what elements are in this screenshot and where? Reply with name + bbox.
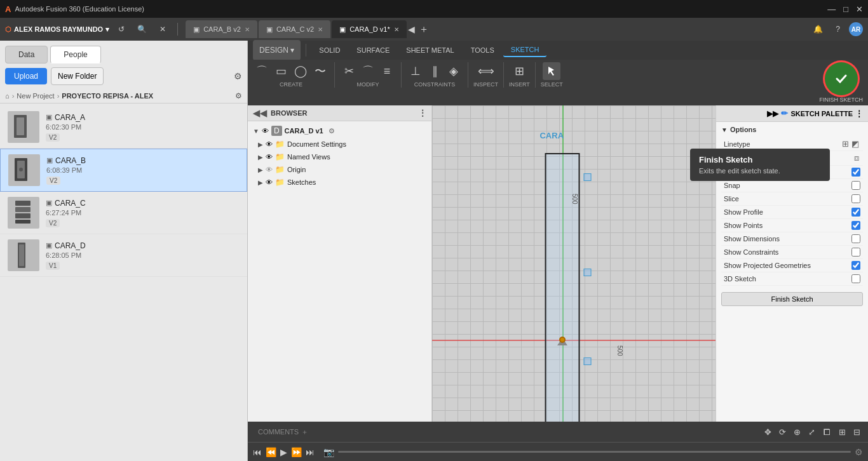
design-button[interactable]: DESIGN ▾ [253, 40, 301, 60]
nav-display-btn[interactable]: ⊟ [851, 426, 863, 438]
nav-zoom-btn[interactable]: ⊕ [791, 426, 803, 438]
show-constraints-checkbox[interactable] [851, 248, 860, 257]
tab-cara-d[interactable]: ▣ CARA_D v1* ✕ [332, 20, 407, 38]
tab-cara-b[interactable]: ▣ CARA_B v2 ✕ [186, 20, 257, 38]
tree-origin[interactable]: ▶ 👁 📁 Origin [248, 163, 431, 176]
tab-data[interactable]: Data [5, 46, 48, 63]
show-profile-checkbox[interactable] [851, 208, 860, 217]
upload-button[interactable]: Upload [5, 68, 47, 84]
user-dropdown-icon[interactable]: ▾ [105, 25, 109, 34]
rect-tool[interactable]: ▭ [272, 62, 290, 80]
help-button[interactable]: ? [832, 23, 844, 36]
tree-arrow-doc-settings[interactable]: ▶ [258, 141, 263, 148]
play-prev[interactable]: ⏪ [266, 447, 276, 457]
tree-eye-doc-settings[interactable]: 👁 [266, 140, 273, 148]
constraint2-tool[interactable]: ∥ [426, 62, 444, 80]
options-section-header[interactable]: ▼ Options [721, 126, 863, 133]
linetype-btn2[interactable]: ◩ [850, 139, 860, 149]
search-button[interactable]: 🔍 [133, 23, 151, 36]
tree-named-views[interactable]: ▶ 👁 📁 Named Views [248, 150, 431, 163]
sketch-handle-top[interactable] [584, 173, 592, 181]
home-icon[interactable]: ⌂ [5, 92, 10, 100]
close-button[interactable]: ✕ [856, 4, 863, 14]
tree-eye-sketches[interactable]: 👁 [266, 178, 273, 186]
nav-view-btn[interactable]: ⧠ [820, 426, 834, 438]
trim-tool[interactable]: ✂ [340, 62, 358, 80]
offset-tool[interactable]: ≡ [378, 62, 396, 80]
tree-eye-named-views[interactable]: 👁 [266, 153, 273, 161]
play-play[interactable]: ▶ [280, 447, 287, 457]
tab-close-cara-b[interactable]: ✕ [245, 26, 250, 33]
close-button-toolbar[interactable]: ✕ [156, 23, 170, 36]
linetype-btn1[interactable]: ⊞ [841, 139, 850, 149]
settings-icon[interactable]: ⚙ [234, 71, 242, 81]
finish-sketch-button[interactable] [825, 62, 858, 95]
palette-collapse-icon[interactable]: ▶▶ [767, 109, 778, 118]
constraint-tool[interactable]: ⊥ [407, 62, 424, 80]
insert-tool[interactable]: ⊞ [510, 62, 528, 80]
tree-arrow-root[interactable]: ▼ [253, 128, 259, 135]
menu-tab-surface[interactable]: SURFACE [349, 44, 397, 57]
minimize-button[interactable]: — [827, 4, 836, 14]
lookat-btn[interactable]: ⧈ [853, 153, 860, 163]
slice-checkbox[interactable] [851, 194, 860, 203]
fillet-tool[interactable]: ⌒ [359, 62, 377, 80]
nav-fit-btn[interactable]: ⤢ [806, 426, 818, 438]
add-comment-icon[interactable]: ＋ [301, 427, 308, 437]
constraint3-tool[interactable]: ◈ [445, 62, 463, 80]
window-controls[interactable]: — □ ✕ [827, 4, 863, 14]
select-tool[interactable] [543, 62, 560, 80]
sketch-handle-bot[interactable] [584, 357, 592, 365]
play-next[interactable]: ⏩ [291, 447, 302, 457]
new-folder-button[interactable]: New Folder [51, 67, 104, 85]
browser-expand-icon[interactable]: ⋮ [419, 109, 426, 117]
tree-eye-root[interactable]: 👁 [262, 127, 269, 135]
timeline[interactable] [338, 451, 851, 453]
menu-tab-solid[interactable]: SOLID [311, 44, 348, 57]
menu-tab-sketch[interactable]: SKETCH [503, 43, 547, 57]
play-end[interactable]: ⏭ [306, 447, 315, 457]
show-points-checkbox[interactable] [851, 221, 860, 230]
refresh-button[interactable]: ↺ [114, 23, 128, 36]
breadcrumb-folder[interactable]: PROYECTO REPISA - ALEX [62, 92, 153, 100]
sketch-handle-mid[interactable] [584, 269, 592, 276]
tree-root-cara-d[interactable]: ▼ 👁 D CARA_D v1 ⚙ [248, 124, 431, 138]
3d-sketch-checkbox[interactable] [851, 274, 860, 283]
file-item-cara-b[interactable]: ▣ CARA_B 6:08:39 PM V2 [0, 149, 247, 192]
menu-tab-tools[interactable]: TOOLS [463, 44, 502, 57]
tab-add-button[interactable]: ＋ [416, 23, 431, 36]
tab-cara-c[interactable]: ▣ CARA_C v2 ✕ [259, 20, 330, 38]
arc-tool[interactable]: ⌒ [253, 62, 271, 80]
browser-collapse-icon[interactable]: ◀◀ [253, 108, 267, 118]
file-item-cara-a[interactable]: ▣ CARA_A 6:02:30 PM V2 [0, 106, 247, 149]
menu-tab-sheet-metal[interactable]: SHEET METAL [398, 44, 461, 57]
show-projected-checkbox[interactable] [851, 261, 860, 270]
tab-nav-left[interactable]: ◀ [408, 24, 415, 34]
tree-arrow-origin[interactable]: ▶ [258, 166, 263, 173]
tree-sketches[interactable]: ▶ 👁 📁 Sketches [248, 176, 431, 189]
sketch-grid-checkbox[interactable] [851, 168, 860, 177]
tab-close-cara-c[interactable]: ✕ [318, 26, 323, 33]
tree-arrow-named-views[interactable]: ▶ [258, 154, 263, 161]
spline-tool[interactable]: 〜 [311, 62, 329, 80]
file-item-cara-c[interactable]: ▣ CARA_C 6:27:24 PM V2 [0, 192, 247, 234]
notifications-button[interactable]: 🔔 [810, 23, 827, 36]
tree-doc-settings[interactable]: ▶ 👁 📁 Document Settings [248, 138, 431, 150]
tab-close-cara-d[interactable]: ✕ [394, 26, 399, 33]
circle-tool[interactable]: ◯ [291, 62, 310, 80]
file-item-cara-d[interactable]: ▣ CARA_D 6:28:05 PM V1 [0, 234, 247, 277]
tree-arrow-sketches[interactable]: ▶ [258, 179, 263, 186]
measure-tool[interactable]: ⟺ [475, 62, 498, 80]
snap-checkbox[interactable] [851, 181, 860, 190]
tree-settings-icon[interactable]: ⚙ [329, 127, 335, 135]
maximize-button[interactable]: □ [843, 4, 848, 14]
tree-eye-origin[interactable]: 👁 [266, 166, 273, 173]
nav-orbit-btn[interactable]: ⟳ [776, 426, 789, 438]
palette-expand-icon[interactable]: ⋮ [855, 109, 863, 118]
nav-grid-btn[interactable]: ⊞ [836, 426, 848, 438]
nav-pan-btn[interactable]: ✥ [762, 426, 774, 438]
settings-gear-icon[interactable]: ⚙ [855, 447, 863, 457]
breadcrumb-settings-icon[interactable]: ⚙ [235, 91, 242, 100]
show-dimensions-checkbox[interactable] [851, 234, 860, 243]
tab-people[interactable]: People [50, 46, 100, 63]
